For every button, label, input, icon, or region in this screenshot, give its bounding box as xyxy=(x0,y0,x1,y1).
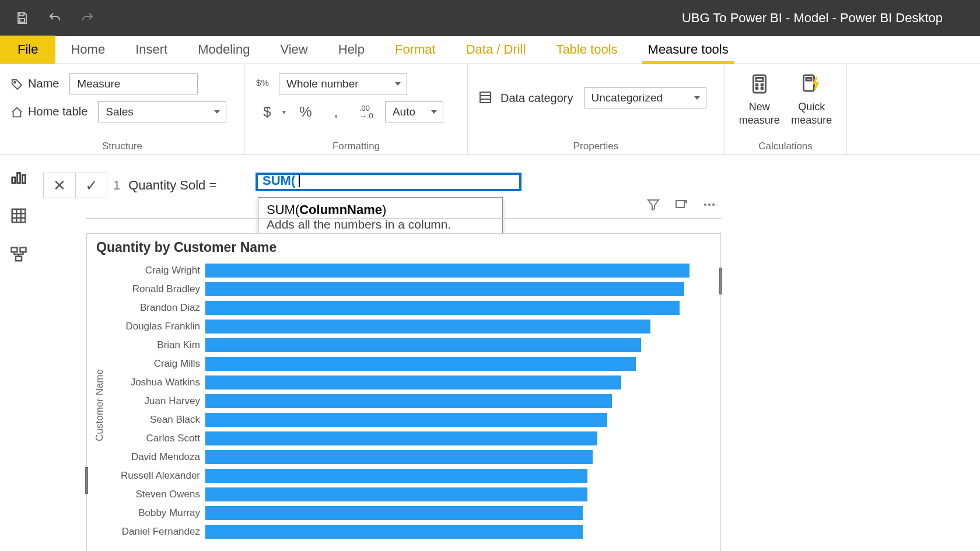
bar[interactable] xyxy=(205,525,583,539)
tab-file[interactable]: File xyxy=(0,36,55,64)
quick-measure-button[interactable]: Quick measure xyxy=(788,70,836,128)
bar[interactable] xyxy=(205,357,636,371)
svg-rect-3 xyxy=(480,92,491,103)
tooltip-sig-pre: SUM( xyxy=(267,202,299,217)
new-measure-button[interactable]: New measure xyxy=(735,70,784,128)
data-view-button[interactable] xyxy=(8,205,29,226)
decimal-button[interactable]: .00→.0 xyxy=(355,100,378,124)
y-axis-labels: Craig WrightRonald BradleyBrandon DiazDo… xyxy=(109,261,205,541)
category-label: Joshua Watkins xyxy=(109,373,200,392)
undo-icon[interactable] xyxy=(47,10,63,26)
bar[interactable] xyxy=(205,506,583,520)
group-formatting-label: Formatting xyxy=(256,138,457,152)
home-table-select[interactable]: Sales xyxy=(98,101,226,122)
svg-rect-18 xyxy=(16,257,22,261)
svg-point-8 xyxy=(756,87,758,89)
bar[interactable] xyxy=(205,301,680,315)
tooltip-sig-post: ) xyxy=(382,202,386,217)
measure-name-input[interactable]: Measure xyxy=(69,73,198,94)
formula-function: SUM( xyxy=(262,173,295,188)
bar[interactable] xyxy=(205,264,690,278)
category-label: Brian Kim xyxy=(109,336,200,355)
comma-button[interactable]: , xyxy=(324,100,348,124)
category-label: Bobby Murray xyxy=(109,504,200,522)
bar[interactable] xyxy=(205,375,621,389)
currency-button[interactable]: $ xyxy=(256,100,279,124)
ribbon-tabs: File HomeInsertModelingViewHelpFormatDat… xyxy=(0,36,980,64)
report-view-button[interactable] xyxy=(8,167,29,188)
tab-format[interactable]: Format xyxy=(380,36,451,64)
formula-editor[interactable]: SUM( xyxy=(256,173,522,191)
category-label: Russell Alexander xyxy=(109,466,200,485)
bar[interactable] xyxy=(205,413,607,427)
focus-mode-icon[interactable] xyxy=(674,198,690,213)
category-label: David Mendoza xyxy=(109,448,200,466)
quick-measure-label: Quick measure xyxy=(791,100,832,128)
formula-cancel-button[interactable]: ✕ xyxy=(44,173,75,198)
formula-commit-button[interactable]: ✓ xyxy=(75,173,107,198)
category-label: Brandon Diaz xyxy=(109,299,200,317)
redo-icon[interactable] xyxy=(79,10,96,26)
bar[interactable] xyxy=(205,487,587,501)
home-table-icon xyxy=(10,106,23,119)
bar[interactable] xyxy=(205,282,684,296)
format-icon: $% xyxy=(256,76,272,92)
formula-line-number: 1 xyxy=(113,178,120,193)
bar[interactable] xyxy=(205,394,612,408)
model-view-button[interactable] xyxy=(8,244,29,265)
y-axis-title: Customer Name xyxy=(94,369,106,441)
save-icon[interactable] xyxy=(14,10,30,26)
calculator-icon xyxy=(747,71,772,97)
text-cursor xyxy=(299,174,300,187)
tab-view[interactable]: View xyxy=(265,36,323,64)
category-label: Craig Wright xyxy=(109,261,200,280)
svg-point-22 xyxy=(712,203,715,206)
svg-rect-11 xyxy=(806,78,811,80)
resize-handle-right[interactable] xyxy=(719,268,722,294)
tab-measure-tools[interactable]: Measure tools xyxy=(633,36,744,64)
format-type-select[interactable]: Whole number xyxy=(279,73,407,94)
category-label: Craig Mills xyxy=(109,355,200,373)
bar[interactable] xyxy=(205,450,593,464)
window-title: UBG To Power BI - Model - Power BI Deskt… xyxy=(112,10,966,26)
svg-text:$%: $% xyxy=(256,78,269,87)
svg-rect-14 xyxy=(22,175,25,183)
category-label: Daniel Fernandez xyxy=(109,522,200,541)
filter-icon[interactable] xyxy=(646,198,662,213)
home-table-label: Home table xyxy=(28,105,88,118)
resize-handle-left[interactable] xyxy=(85,467,88,494)
svg-rect-0 xyxy=(20,19,24,22)
svg-rect-16 xyxy=(12,248,18,252)
visual-frame[interactable] xyxy=(86,218,721,233)
formula-lhs: Quantity Sold = xyxy=(128,178,216,193)
tab-insert[interactable]: Insert xyxy=(120,36,183,64)
svg-rect-5 xyxy=(756,78,763,81)
category-label: Steven Owens xyxy=(109,485,200,504)
name-label: Name xyxy=(28,77,59,90)
category-label: Juan Harvey xyxy=(109,392,200,410)
bar[interactable] xyxy=(205,469,587,483)
bar[interactable] xyxy=(205,320,650,334)
group-structure-label: Structure xyxy=(10,138,234,152)
more-options-icon[interactable] xyxy=(702,198,718,213)
bar[interactable] xyxy=(205,338,641,352)
svg-point-21 xyxy=(708,203,710,206)
tab-table-tools[interactable]: Table tools xyxy=(541,36,632,64)
view-switcher xyxy=(0,155,37,265)
decimal-places-input[interactable]: Auto xyxy=(385,101,443,122)
bar[interactable] xyxy=(205,431,597,445)
svg-rect-15 xyxy=(12,209,26,223)
data-category-select[interactable]: Uncategorized xyxy=(584,87,706,108)
tab-modeling[interactable]: Modeling xyxy=(183,36,265,64)
tab-data-drill[interactable]: Data / Drill xyxy=(451,36,541,64)
svg-point-1 xyxy=(14,82,16,83)
data-category-label: Data category xyxy=(501,92,573,105)
tab-home[interactable]: Home xyxy=(55,36,120,64)
percent-button[interactable]: % xyxy=(294,100,317,124)
chart-plot-area xyxy=(205,261,713,541)
group-calculations-label: Calculations xyxy=(735,138,836,152)
bar-chart-visual[interactable]: Quantity by Customer Name Customer Name … xyxy=(86,233,721,551)
chart-title: Quantity by Customer Name xyxy=(87,234,720,259)
category-label: Carlos Scott xyxy=(109,429,200,448)
tab-help[interactable]: Help xyxy=(323,36,380,64)
